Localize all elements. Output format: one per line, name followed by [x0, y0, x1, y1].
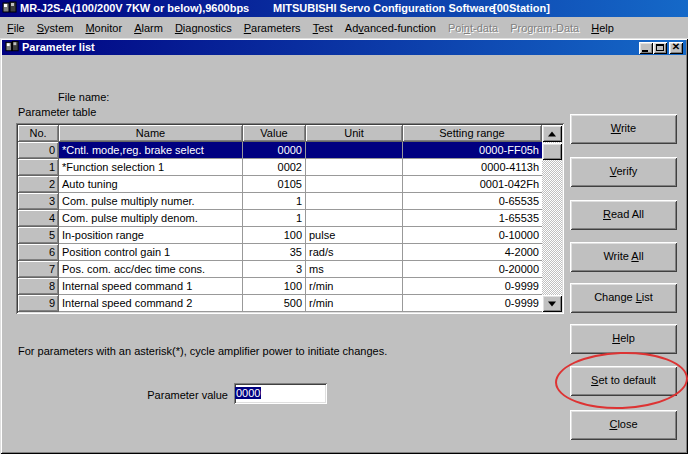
table-row[interactable]: 5In-position range100pulse0-10000	[18, 227, 542, 244]
cell-no[interactable]: 5	[18, 227, 59, 244]
cell-value: 500	[243, 295, 306, 312]
set-to-default-button[interactable]: Set to default	[570, 366, 677, 396]
cell-name: Internal speed command 1	[59, 278, 243, 295]
write-all-button[interactable]: Write All	[570, 242, 677, 272]
cell-no[interactable]: 7	[18, 261, 59, 278]
table-row[interactable]: 3Com. pulse multiply numer.10-65535	[18, 193, 542, 210]
scroll-down-button[interactable]	[542, 295, 562, 312]
app-icon	[2, 1, 18, 15]
menu-advanced-function[interactable]: Advanced-function	[339, 20, 442, 36]
cell-range: 0000-FF05h	[403, 142, 542, 159]
cell-no[interactable]: 1	[18, 159, 59, 176]
table-row[interactable]: 9Internal speed command 2500r/min0-9999	[18, 295, 542, 312]
column-header-name[interactable]: Name	[59, 125, 243, 142]
cell-name: In-position range	[59, 227, 243, 244]
column-header-no[interactable]: No.	[18, 125, 59, 142]
cell-unit: r/min	[306, 278, 403, 295]
cell-range: 0-20000	[403, 261, 542, 278]
menu-program-data: Program-Data	[504, 20, 585, 36]
change-list-button[interactable]: Change List	[570, 283, 677, 313]
cell-no[interactable]: 6	[18, 244, 59, 261]
cell-name: Com. pulse multiply denom.	[59, 210, 243, 227]
cell-name: Position control gain 1	[59, 244, 243, 261]
cell-value: 1	[243, 193, 306, 210]
cell-no[interactable]: 2	[18, 176, 59, 193]
read-all-button[interactable]: Read All	[570, 200, 677, 230]
dialog-icon	[5, 40, 20, 54]
scroll-up-button[interactable]	[542, 125, 562, 142]
maximize-button[interactable]	[653, 42, 667, 54]
cell-unit: r/min	[306, 295, 403, 312]
cell-name: *Function selection 1	[59, 159, 243, 176]
column-header-unit[interactable]: Unit	[306, 125, 403, 142]
main-title-model: MR-J2S-A(100/200V 7KW or below),9600bps	[20, 2, 249, 14]
help-button[interactable]: Help	[570, 324, 677, 354]
close-icon-button[interactable]: ✕	[669, 42, 683, 54]
write-button[interactable]: Write	[570, 114, 677, 144]
close-button[interactable]: Close	[570, 410, 677, 440]
cell-value: 100	[243, 278, 306, 295]
cell-no[interactable]: 4	[18, 210, 59, 227]
scroll-up-icon	[548, 131, 556, 136]
cell-range: 0-65535	[403, 193, 542, 210]
menu-diagnostics[interactable]: Diagnostics	[169, 20, 238, 36]
menu-parameters[interactable]: Parameters	[238, 20, 307, 36]
parameter-value-input[interactable]: 0000	[234, 383, 327, 404]
column-header-value[interactable]: Value	[243, 125, 306, 142]
table-row[interactable]: 8Internal speed command 1100r/min0-9999	[18, 278, 542, 295]
parameter-value-text: 0000	[235, 387, 261, 399]
menu-alarm[interactable]: Alarm	[128, 20, 169, 36]
cell-unit	[306, 159, 403, 176]
cell-name: *Cntl. mode,reg. brake select	[59, 142, 243, 159]
table-row[interactable]: 6Position control gain 135rad/s4-2000	[18, 244, 542, 261]
verify-button[interactable]: Verify	[570, 157, 677, 187]
cell-range: 0000-4113h	[403, 159, 542, 176]
cell-name: Pos. com. acc/dec time cons.	[59, 261, 243, 278]
menu-bar: FileSystemMonitorAlarmDiagnosticsParamet…	[0, 17, 688, 38]
minimize-button[interactable]	[639, 42, 653, 54]
menu-file[interactable]: File	[1, 20, 31, 36]
scrollbar-thumb[interactable]	[542, 143, 562, 160]
dialog-titlebar: Parameter list ✕	[2, 40, 686, 55]
cell-unit	[306, 176, 403, 193]
cell-value: 1	[243, 210, 306, 227]
menu-system[interactable]: System	[31, 20, 80, 36]
menu-monitor[interactable]: Monitor	[79, 20, 128, 36]
table-row[interactable]: 2Auto tuning01050001-042Fh	[18, 176, 542, 193]
cell-range: 0-9999	[403, 278, 542, 295]
cell-value: 0105	[243, 176, 306, 193]
cell-unit: rad/s	[306, 244, 403, 261]
column-header-setting-range[interactable]: Setting range	[403, 125, 542, 142]
asterisk-note: For parameters with an asterisk(*), cycl…	[18, 345, 387, 357]
menu-point-data: Point-data	[442, 20, 504, 36]
cell-name: Internal speed command 2	[59, 295, 243, 312]
scroll-down-icon	[548, 301, 556, 306]
dialog-title: Parameter list	[22, 41, 95, 53]
cell-range: 0-10000	[403, 227, 542, 244]
parameter-value-label: Parameter value	[40, 389, 228, 401]
table-scrollbar[interactable]	[542, 125, 562, 312]
cell-unit	[306, 210, 403, 227]
table-row[interactable]: 7Pos. com. acc/dec time cons.3ms0-20000	[18, 261, 542, 278]
menu-test[interactable]: Test	[307, 20, 339, 36]
cell-unit	[306, 193, 403, 210]
table-header-row: No.NameValueUnitSetting range	[18, 125, 542, 142]
table-row[interactable]: 4Com. pulse multiply denom.11-65535	[18, 210, 542, 227]
cell-range: 0-9999	[403, 295, 542, 312]
table-row[interactable]: 0*Cntl. mode,reg. brake select00000000-F…	[18, 142, 542, 159]
close-icon: ✕	[669, 41, 683, 52]
cell-no[interactable]: 9	[18, 295, 59, 312]
cell-value: 0002	[243, 159, 306, 176]
cell-no[interactable]: 0	[18, 142, 59, 159]
cell-no[interactable]: 8	[18, 278, 59, 295]
main-title-station: [00Station]	[493, 2, 550, 14]
cell-no[interactable]: 3	[18, 193, 59, 210]
cell-name: Auto tuning	[59, 176, 243, 193]
cell-unit: ms	[306, 261, 403, 278]
minimize-icon	[642, 50, 648, 52]
table-row[interactable]: 1*Function selection 100020000-4113h	[18, 159, 542, 176]
section-label: Parameter table	[18, 106, 96, 118]
menu-help[interactable]: Help	[585, 20, 620, 36]
cell-range: 1-65535	[403, 210, 542, 227]
cell-value: 3	[243, 261, 306, 278]
